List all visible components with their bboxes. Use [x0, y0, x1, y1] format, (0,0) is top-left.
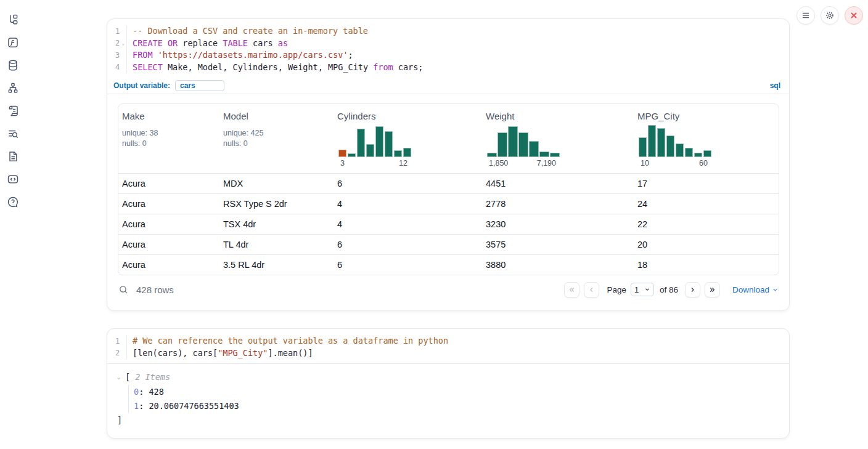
download-label: Download [732, 285, 769, 294]
table-row[interactable]: AcuraMDX6445117 [118, 173, 779, 193]
column-histogram[interactable]: 1,8507,190 [487, 125, 560, 168]
column-header[interactable]: Modelunique: 425nulls: 0 [219, 111, 334, 168]
column-header[interactable]: Makeunique: 38nulls: 0 [118, 111, 219, 168]
table-cell: 6 [334, 179, 482, 188]
python-cell: 12 # We can reference the output variabl… [107, 328, 790, 439]
chevron-right-icon [689, 286, 697, 294]
chevrons-right-icon [708, 286, 716, 294]
sql-code-editor[interactable]: 12⌄34 -- Download a CSV and create an in… [107, 19, 789, 78]
sql-cell: 12⌄34 -- Download a CSV and create an in… [107, 18, 790, 311]
python-code-editor[interactable]: 12 # We can reference the output variabl… [107, 329, 789, 364]
code-line[interactable]: FROM 'https://datasets.marimo.app/cars.c… [133, 49, 789, 62]
chevron-down-icon [772, 286, 779, 293]
histogram-bar [639, 137, 647, 157]
language-tag[interactable]: sql [770, 81, 780, 90]
line-number: 3 [107, 51, 120, 60]
code-lines[interactable]: -- Download a CSV and create an in-memor… [127, 25, 789, 73]
table-cell: Acura [118, 240, 219, 249]
scratchpad-icon[interactable] [6, 104, 20, 118]
histogram-bar [375, 126, 383, 157]
table-row[interactable]: AcuraRSX Type S 2dr4277824 [118, 193, 779, 214]
open-bracket: [ [125, 372, 130, 382]
table-cell: 24 [634, 199, 779, 209]
histogram-bar [685, 148, 693, 157]
datasources-icon[interactable] [6, 59, 20, 72]
settings-button[interactable] [821, 6, 839, 25]
column-header[interactable]: Weight1,8507,190 [482, 111, 634, 168]
column-name: Make [122, 111, 215, 121]
page-total-label: of 86 [660, 285, 678, 294]
table-row[interactable]: Acura3.5 RL 4dr6388018 [118, 254, 779, 275]
hist-min-label: 3 [340, 159, 345, 168]
cell-footer: Output variable: sql [107, 78, 789, 94]
column-header[interactable]: MPG_City1060 [634, 111, 779, 168]
shutdown-button[interactable] [845, 6, 863, 25]
code-line[interactable]: -- Download a CSV and create an in-memor… [133, 25, 789, 38]
search-icon[interactable] [118, 285, 129, 295]
histogram-bar [648, 125, 656, 157]
pagination: Page 1 of 86 Download [560, 282, 779, 297]
table-row[interactable]: AcuraTSX 4dr4323022 [118, 214, 779, 234]
next-page-button[interactable] [685, 282, 700, 297]
page-number-select[interactable]: 1 [631, 283, 654, 296]
table-cell: 20 [634, 240, 779, 249]
code-lines[interactable]: # We can reference the output variable a… [127, 335, 789, 359]
histogram-bar [676, 144, 684, 157]
last-page-button[interactable] [705, 282, 720, 297]
histogram-bar [385, 131, 393, 157]
output-variable-label: Output variable: [113, 81, 170, 90]
menu-button[interactable] [796, 6, 815, 25]
histogram-bar [357, 129, 365, 157]
code-line[interactable]: [len(cars), cars["MPG_City"].mean()] [133, 347, 789, 360]
table-cell: 3575 [482, 240, 634, 249]
table-header: Makeunique: 38nulls: 0Modelunique: 425nu… [118, 104, 779, 173]
hamburger-icon [801, 11, 810, 20]
download-button[interactable]: Download [732, 285, 779, 294]
python-cell-output: ⌄[2 Items 0: 428 1: 20.060747663551403 ] [107, 364, 789, 425]
first-page-button[interactable] [564, 282, 579, 297]
hist-min-label: 1,850 [489, 159, 508, 168]
column-histogram[interactable]: 1060 [639, 125, 711, 168]
gear-icon [825, 10, 835, 20]
code-line[interactable]: SELECT Make, Model, Cylinders, Weight, M… [133, 62, 789, 74]
dependency-graph-icon[interactable] [6, 81, 20, 95]
snippets-icon[interactable] [6, 172, 20, 186]
item-value: 20.060747663551403 [149, 401, 239, 411]
logs-icon[interactable] [6, 127, 20, 140]
table-cell: 22 [634, 219, 779, 229]
table-cell: 3880 [482, 260, 634, 270]
prev-page-button[interactable] [584, 282, 599, 297]
code-line[interactable]: CREATE OR replace TABLE cars as [133, 38, 789, 50]
variables-icon[interactable] [6, 36, 20, 49]
column-header[interactable]: Cylinders312 [334, 111, 482, 168]
documentation-icon[interactable] [6, 150, 20, 163]
code-line[interactable]: # We can reference the output variable a… [133, 335, 789, 347]
table-cell: 4 [334, 199, 482, 209]
table-row[interactable]: AcuraTL 4dr6357520 [118, 234, 779, 254]
item-index: 1 [134, 401, 139, 411]
line-number: 2 [107, 39, 120, 47]
table-body: AcuraMDX6445117AcuraRSX Type S 2dr427782… [118, 173, 779, 275]
hist-max-label: 60 [699, 159, 708, 168]
fold-chevron-icon[interactable]: ⌄ [120, 41, 126, 46]
file-tree-icon[interactable] [6, 13, 20, 26]
row-count: 428 rows [136, 285, 174, 295]
line-number-gutter: 12⌄34 [107, 25, 127, 73]
histogram-bar [394, 150, 402, 157]
output-variable-input[interactable] [175, 80, 224, 91]
histogram-bar [348, 153, 356, 157]
help-icon[interactable] [6, 195, 20, 209]
data-table: Makeunique: 38nulls: 0Modelunique: 425nu… [118, 103, 779, 275]
table-cell: Acura [118, 219, 219, 229]
item-value: 428 [149, 387, 163, 397]
items-count-label: 2 Items [135, 372, 170, 382]
column-histogram[interactable]: 312 [338, 125, 411, 168]
collapse-chevron-icon[interactable]: ⌄ [117, 374, 125, 380]
hist-max-label: 7,190 [537, 159, 556, 168]
table-cell: Acura [118, 179, 219, 188]
line-number: 1 [107, 27, 120, 36]
table-cell: 17 [634, 179, 779, 188]
topbar [796, 6, 863, 25]
histogram-bar [694, 153, 702, 157]
table-cell: 18 [634, 260, 779, 270]
